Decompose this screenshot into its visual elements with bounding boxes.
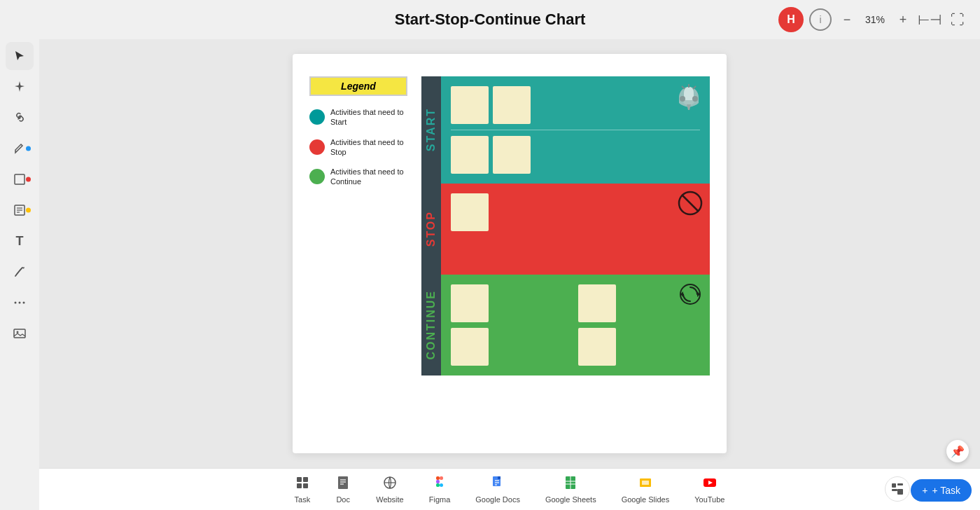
youtube-icon	[702, 475, 718, 493]
taskbar-task-label: Task	[295, 495, 311, 504]
svg-rect-51	[892, 489, 897, 491]
fullscreen-button[interactable]: ⛶	[946, 8, 969, 31]
google-docs-icon	[490, 475, 505, 493]
zoom-level: 31%	[862, 14, 888, 25]
sticky-note[interactable]	[578, 284, 616, 322]
taskbar-youtube-label: YouTube	[694, 495, 724, 504]
continue-label: CONTINUE	[421, 275, 441, 375]
start-icon	[675, 83, 703, 116]
legend-item-start: Activities that need to Start	[309, 107, 407, 127]
page-title: Start-Stop-Continue Chart	[395, 11, 586, 29]
start-content	[441, 76, 710, 184]
taskbar-google-sheets[interactable]: Google Sheets	[533, 471, 609, 508]
svg-rect-32	[440, 476, 443, 480]
grid-icon-button[interactable]	[885, 476, 910, 502]
svg-rect-37	[498, 476, 500, 479]
taskbar-figma[interactable]: Figma	[416, 471, 463, 508]
canvas-area: Legend Activities that need to Start Act…	[39, 39, 980, 468]
sticky-note[interactable]	[451, 136, 489, 174]
svg-rect-21	[297, 477, 302, 482]
doc-icon	[335, 475, 351, 493]
sticky-note[interactable]	[451, 328, 489, 366]
add-task-button[interactable]: + + Task	[911, 479, 972, 502]
taskbar-google-slides[interactable]: Google Slides	[609, 471, 682, 508]
info-icon[interactable]: i	[809, 8, 832, 31]
taskbar-doc[interactable]: Doc	[323, 471, 363, 508]
sticky-note[interactable]	[493, 86, 531, 124]
sticky-note[interactable]	[451, 193, 489, 231]
task-btn-label: + Task	[932, 485, 960, 496]
brush-tool[interactable]	[6, 258, 34, 286]
chart-row-continue: CONTINUE	[421, 275, 710, 375]
shape-tool[interactable]	[6, 165, 34, 193]
chart-row-stop: STOP	[421, 184, 710, 275]
divider	[451, 130, 700, 130]
google-slides-icon	[638, 475, 653, 493]
svg-point-35	[440, 483, 443, 487]
svg-rect-22	[303, 477, 308, 482]
figma-icon	[432, 475, 447, 493]
sticky-note[interactable]	[578, 328, 616, 366]
taskbar-figma-label: Figma	[429, 495, 451, 504]
zoom-out-button[interactable]: −	[837, 10, 857, 29]
continue-icon	[678, 282, 703, 312]
svg-point-7	[23, 302, 25, 304]
taskbar-google-slides-label: Google Slides	[622, 495, 670, 504]
sticky-note[interactable]	[451, 86, 489, 124]
ai-tool[interactable]	[6, 73, 34, 101]
left-sidebar: T	[0, 0, 39, 510]
more-tool[interactable]	[6, 289, 34, 317]
legend: Legend Activities that need to Start Act…	[309, 76, 407, 197]
svg-rect-52	[897, 489, 903, 495]
stop-content	[441, 184, 710, 275]
zoom-in-button[interactable]: +	[893, 10, 913, 29]
stop-label-text: STOP	[425, 211, 438, 247]
legend-item-stop: Activities that need to Stop	[309, 137, 407, 158]
user-avatar[interactable]: H	[778, 7, 804, 32]
board: Legend Activities that need to Start Act…	[293, 54, 727, 453]
stop-label: STOP	[421, 184, 441, 275]
task-icon	[295, 475, 310, 493]
svg-rect-50	[897, 483, 903, 485]
legend-dot-red	[309, 139, 325, 155]
taskbar-website[interactable]: Website	[363, 471, 416, 508]
taskbar-website-label: Website	[376, 495, 404, 504]
start-notes-row-1	[451, 86, 700, 124]
svg-rect-46	[642, 481, 649, 485]
legend-text-start: Activities that need to Start	[330, 107, 407, 127]
start-notes-row-2	[451, 136, 700, 174]
svg-rect-24	[303, 483, 308, 488]
note-tool[interactable]	[6, 196, 34, 224]
svg-rect-49	[892, 483, 896, 488]
google-sheets-icon	[563, 475, 578, 493]
link-tool[interactable]	[6, 104, 34, 132]
taskbar-task[interactable]: Task	[282, 471, 323, 508]
legend-item-continue: Activities that need to Continue	[309, 167, 407, 187]
pin-icon[interactable]: 📌	[946, 440, 969, 462]
continue-content	[441, 275, 710, 375]
svg-rect-8	[14, 329, 25, 338]
chart: START	[421, 76, 710, 375]
svg-point-11	[680, 96, 685, 102]
svg-point-9	[17, 331, 19, 333]
legend-text-continue: Activities that need to Continue	[330, 167, 407, 187]
text-tool[interactable]: T	[6, 227, 34, 255]
taskbar-youtube[interactable]: YouTube	[682, 471, 737, 508]
svg-rect-33	[436, 480, 440, 483]
pen-tool[interactable]	[6, 135, 34, 163]
sticky-note[interactable]	[451, 284, 489, 322]
taskbar-google-docs-label: Google Docs	[475, 495, 520, 504]
chart-row-start: START	[421, 76, 710, 184]
task-btn-plus: +	[922, 485, 927, 496]
fit-width-button[interactable]: ⊢⊣	[918, 8, 941, 31]
taskbar-google-docs[interactable]: Google Docs	[463, 471, 533, 508]
svg-point-12	[692, 96, 698, 102]
legend-title: Legend	[309, 76, 407, 96]
website-icon	[382, 475, 398, 493]
image-tool[interactable]	[6, 319, 34, 347]
taskbar-doc-label: Doc	[336, 495, 350, 504]
taskbar-google-sheets-label: Google Sheets	[545, 495, 596, 504]
select-tool[interactable]	[6, 42, 34, 70]
sticky-note[interactable]	[493, 136, 531, 174]
svg-line-14	[693, 86, 696, 89]
